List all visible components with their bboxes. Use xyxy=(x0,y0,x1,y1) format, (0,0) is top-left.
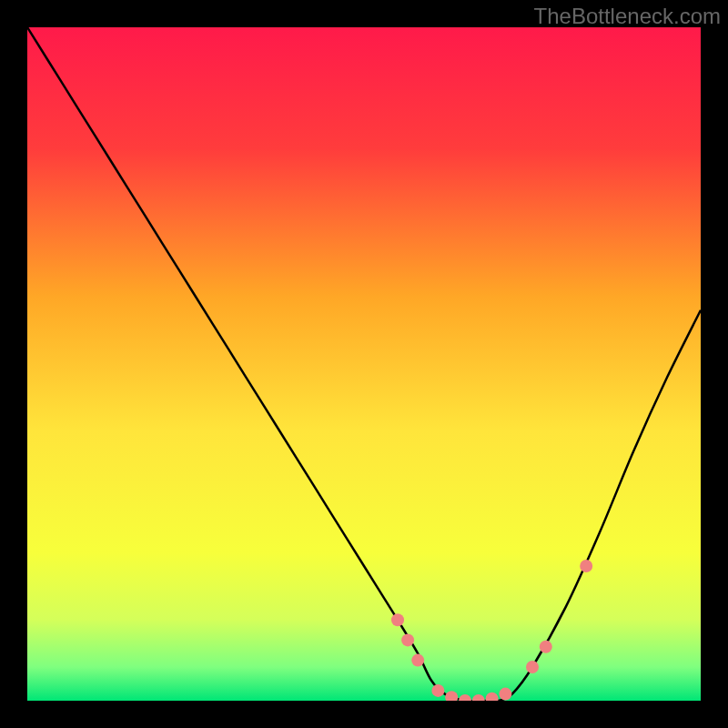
marker-point xyxy=(526,661,539,673)
chart-container: TheBottleneck.com xyxy=(0,0,728,728)
watermark-text: TheBottleneck.com xyxy=(534,4,721,29)
marker-point xyxy=(401,633,414,646)
marker-point xyxy=(540,641,552,653)
plot-area xyxy=(27,27,701,701)
marker-point xyxy=(411,654,424,667)
chart-svg xyxy=(27,27,701,701)
marker-point xyxy=(580,560,592,572)
marker-point xyxy=(431,684,444,697)
marker-point xyxy=(499,688,511,701)
gradient-background xyxy=(27,27,701,701)
marker-point xyxy=(391,613,404,626)
